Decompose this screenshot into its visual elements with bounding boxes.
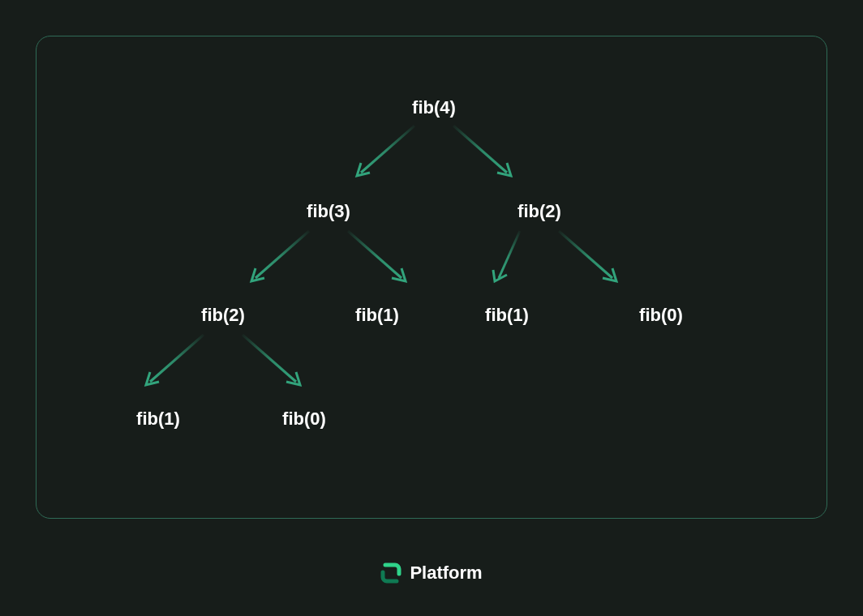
- tree-node: fib(0): [282, 409, 326, 430]
- tree-node: fib(3): [307, 201, 350, 222]
- tree-node: fib(2): [201, 305, 245, 326]
- arrow-icon: [146, 335, 204, 385]
- tree-node: fib(1): [355, 305, 399, 326]
- tree-node: fib(1): [136, 409, 180, 430]
- diagram-panel: fib(4) fib(3) fib(2) fib(2) fib(1) fib(1…: [36, 36, 827, 519]
- svg-line-5: [559, 231, 612, 278]
- brand-name: Platform: [410, 563, 482, 584]
- arrow-icon: [251, 231, 309, 281]
- svg-line-7: [243, 335, 296, 382]
- arrow-icon: [493, 231, 520, 281]
- svg-line-3: [348, 231, 401, 278]
- arrow-icon: [559, 231, 616, 281]
- svg-line-2: [255, 231, 309, 278]
- arrow-icon: [357, 126, 414, 176]
- arrow-icon: [243, 335, 300, 385]
- arrow-icon: [453, 126, 511, 176]
- svg-line-1: [453, 126, 507, 173]
- platform-logo-icon: [380, 563, 401, 584]
- footer: Platform: [0, 563, 863, 584]
- tree-node: fib(0): [639, 305, 683, 326]
- svg-line-0: [361, 126, 414, 173]
- tree-node: fib(1): [485, 305, 529, 326]
- svg-line-4: [499, 231, 520, 278]
- tree-node-root: fib(4): [412, 97, 456, 118]
- arrow-icon: [348, 231, 406, 281]
- tree-node: fib(2): [517, 201, 561, 222]
- svg-line-6: [150, 335, 204, 382]
